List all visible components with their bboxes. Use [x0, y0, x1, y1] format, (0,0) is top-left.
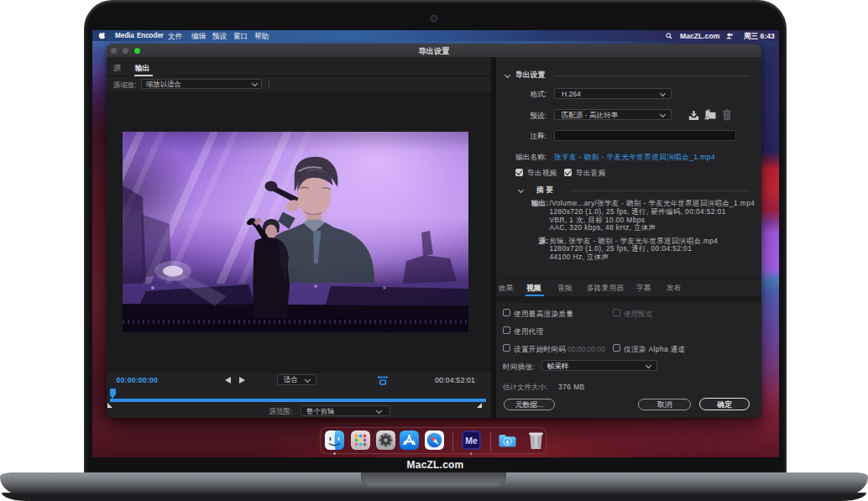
svg-text:Me: Me — [465, 435, 478, 445]
